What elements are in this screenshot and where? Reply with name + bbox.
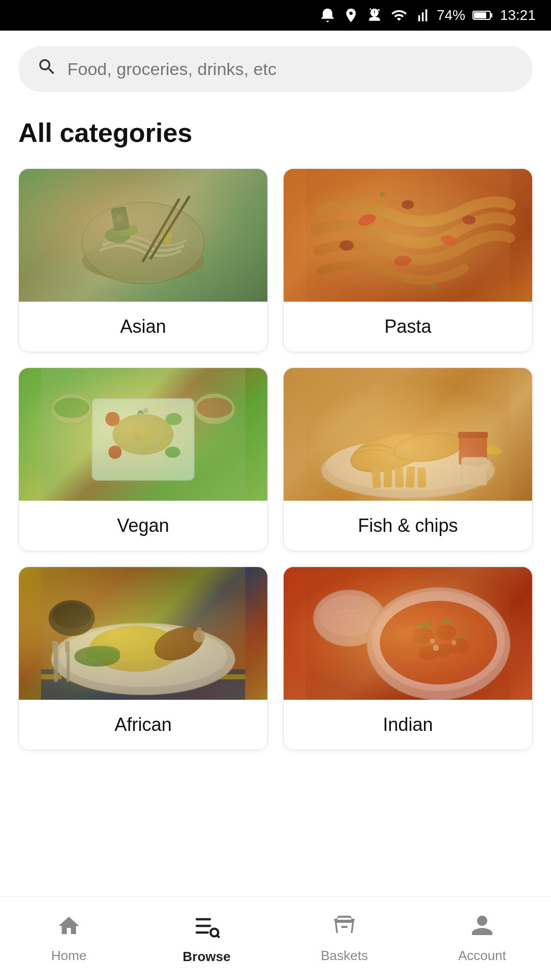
svg-rect-60 [41, 674, 62, 679]
svg-rect-64 [143, 674, 164, 679]
category-label-african: African [19, 700, 267, 750]
search-bar[interactable] [18, 46, 533, 92]
svg-point-56 [463, 458, 486, 467]
svg-point-71 [95, 627, 177, 663]
nav-label-home: Home [51, 948, 86, 964]
svg-point-95 [436, 625, 457, 640]
svg-point-45 [349, 428, 431, 477]
svg-point-98 [434, 644, 452, 657]
battery-text: 74% [437, 7, 465, 23]
category-label-asian: Asian [19, 302, 267, 352]
svg-rect-49 [384, 466, 392, 488]
african-food-illustration [19, 567, 267, 700]
svg-rect-82 [306, 567, 510, 700]
search-input[interactable] [67, 59, 514, 79]
main-content: All categories [0, 31, 551, 857]
category-image-fish-chips [284, 368, 532, 501]
svg-point-97 [419, 646, 438, 660]
nav-item-baskets[interactable]: Baskets [276, 914, 413, 964]
account-icon [470, 914, 494, 944]
nav-item-home[interactable]: Home [0, 914, 138, 964]
location-icon [343, 7, 359, 23]
svg-point-43 [327, 439, 490, 491]
svg-point-93 [380, 601, 497, 684]
svg-point-90 [354, 614, 360, 618]
category-card-vegan[interactable]: Vegan [18, 368, 268, 551]
nav-item-account[interactable]: Account [413, 914, 551, 964]
svg-rect-66 [194, 674, 215, 679]
svg-point-86 [343, 609, 348, 612]
category-card-african[interactable]: African [18, 567, 268, 750]
svg-line-110 [217, 935, 219, 937]
svg-rect-53 [459, 434, 487, 465]
svg-point-46 [391, 428, 465, 467]
svg-point-33 [166, 413, 182, 425]
svg-point-103 [433, 645, 439, 651]
svg-point-40 [143, 408, 148, 413]
svg-rect-52 [417, 468, 426, 488]
category-image-african [19, 567, 267, 700]
svg-rect-81 [67, 641, 70, 682]
svg-point-78 [49, 600, 95, 636]
svg-rect-12 [111, 206, 130, 232]
svg-point-20 [402, 200, 414, 209]
nav-item-browse[interactable]: Browse [138, 913, 276, 965]
category-label-vegan: Vegan [19, 501, 267, 551]
svg-point-84 [319, 595, 380, 636]
fishchips-food-illustration [284, 368, 532, 501]
svg-line-11 [151, 197, 189, 258]
svg-point-36 [54, 398, 90, 418]
svg-point-44 [346, 424, 434, 480]
svg-rect-59 [41, 669, 245, 700]
svg-point-26 [132, 428, 140, 436]
svg-point-8 [167, 232, 173, 238]
svg-point-21 [380, 192, 385, 197]
svg-rect-24 [92, 399, 194, 480]
svg-point-17 [394, 255, 412, 267]
time-text: 13:21 [500, 7, 536, 23]
wifi-icon [390, 7, 408, 23]
signal-icon [415, 7, 430, 23]
svg-point-85 [336, 611, 342, 615]
svg-rect-23 [41, 368, 245, 501]
category-card-asian[interactable]: 銀 Asian [18, 168, 268, 352]
svg-point-35 [52, 394, 92, 424]
vegan-food-illustration [19, 368, 267, 501]
svg-rect-80 [54, 641, 58, 682]
svg-point-100 [418, 625, 422, 629]
nav-label-browse: Browse [183, 949, 231, 965]
svg-point-70 [90, 626, 182, 672]
svg-point-5 [105, 228, 131, 243]
svg-point-68 [52, 623, 235, 695]
svg-point-91 [367, 587, 510, 700]
svg-rect-75 [197, 627, 202, 643]
svg-rect-62 [92, 674, 113, 679]
svg-point-9 [165, 238, 171, 244]
notification-icon [319, 7, 336, 23]
svg-rect-61 [67, 674, 87, 679]
category-image-vegan [19, 368, 267, 501]
svg-rect-55 [462, 457, 487, 485]
svg-point-83 [314, 590, 385, 646]
svg-text:銀: 銀 [116, 213, 124, 222]
category-image-asian: 銀 [19, 169, 267, 302]
category-label-indian: Indian [284, 700, 532, 750]
svg-point-74 [193, 630, 206, 642]
category-card-fish-chips[interactable]: Fish & chips [283, 368, 533, 551]
svg-point-79 [53, 603, 91, 628]
svg-point-38 [197, 398, 233, 418]
svg-point-31 [106, 412, 120, 426]
category-card-pasta[interactable]: Pasta [283, 168, 533, 352]
pasta-food-illustration [284, 169, 532, 302]
category-image-indian [284, 567, 532, 700]
svg-point-39 [138, 410, 143, 415]
svg-point-89 [346, 614, 352, 618]
svg-point-104 [452, 640, 457, 645]
svg-point-16 [440, 234, 458, 247]
category-card-indian[interactable]: Indian [283, 567, 533, 750]
svg-point-87 [350, 610, 355, 614]
nav-label-baskets: Baskets [321, 948, 368, 964]
categories-grid: 銀 Asian [18, 168, 533, 766]
svg-rect-54 [458, 432, 488, 438]
svg-point-6 [118, 224, 138, 236]
